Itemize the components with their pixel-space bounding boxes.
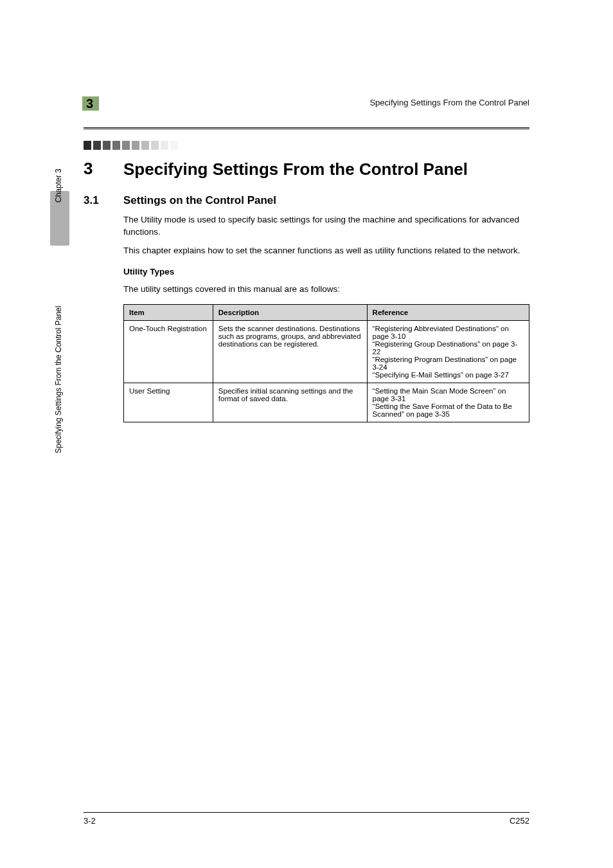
side-tab: Chapter 3 Specifying Settings From the C… <box>54 196 67 473</box>
table-cell-ref: “Registering Abbreviated Destinations” o… <box>367 321 529 383</box>
footer-page-num: 3-2 <box>84 816 96 826</box>
side-tab-lower: Specifying Settings From the Control Pan… <box>54 443 63 453</box>
table-header-item: Item <box>124 305 213 321</box>
paragraph: The utility settings covered in this man… <box>123 283 529 295</box>
section-heading-text: Settings on the Control Panel <box>123 194 276 207</box>
table-cell-item: One-Touch Registration <box>124 321 213 383</box>
chapter-heading-num: 3 <box>84 159 123 180</box>
table-cell-desc: Specifies initial scanning settings and … <box>213 383 367 422</box>
decorative-blocks <box>84 141 529 150</box>
footer: 3-2 C252 <box>84 812 529 826</box>
table-cell-item: User Setting <box>124 383 213 422</box>
table-header-description: Description <box>213 305 367 321</box>
utility-table: Item Description Reference One-Touch Reg… <box>123 304 529 422</box>
table-cell-ref: “Setting the Main Scan Mode Screen” on p… <box>367 383 529 422</box>
header-running-title: Specifying Settings From the Control Pan… <box>369 98 529 107</box>
table-cell-desc: Sets the scanner destinations. Destinati… <box>213 321 367 383</box>
footer-model: C252 <box>510 816 529 826</box>
header-double-rule <box>84 127 529 129</box>
paragraph: The Utility mode is used to specify basi… <box>123 213 529 238</box>
table-row: User Setting Specifies initial scanning … <box>124 383 529 422</box>
table-row: One-Touch Registration Sets the scanner … <box>124 321 529 383</box>
subheading-utility-types: Utility Types <box>123 267 529 276</box>
body-column: The Utility mode is used to specify basi… <box>123 213 529 423</box>
side-tab-upper: Chapter 3 <box>54 192 63 203</box>
header-chapter-num: 3 <box>86 96 93 111</box>
section-heading: 3.1 Settings on the Control Panel <box>84 194 529 207</box>
chapter-heading: 3 Specifying Settings From the Control P… <box>84 159 529 180</box>
page: Chapter 3 Specifying Settings From the C… <box>0 0 613 868</box>
table-header-row: Item Description Reference <box>124 305 529 321</box>
section-heading-num: 3.1 <box>84 194 123 207</box>
table-header-reference: Reference <box>367 305 529 321</box>
paragraph: This chapter explains how to set the sca… <box>123 244 529 257</box>
chapter-heading-text: Specifying Settings From the Control Pan… <box>123 159 468 180</box>
running-header: 3 Specifying Settings From the Control P… <box>84 96 529 125</box>
